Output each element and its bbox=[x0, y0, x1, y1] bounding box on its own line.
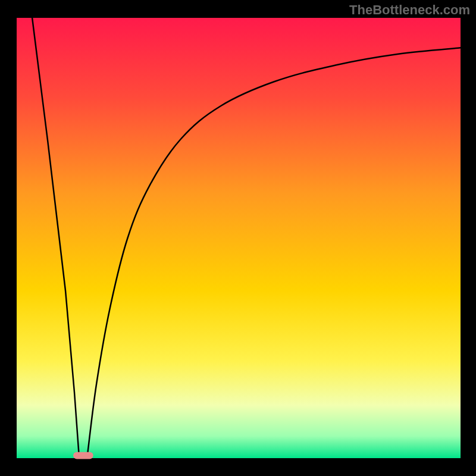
watermark-text: TheBottleneck.com bbox=[349, 2, 470, 18]
optimal-marker bbox=[73, 452, 93, 459]
gradient-plot-background bbox=[17, 18, 461, 458]
chart-container: TheBottleneck.com bbox=[0, 0, 476, 476]
bottleneck-chart bbox=[0, 0, 476, 476]
